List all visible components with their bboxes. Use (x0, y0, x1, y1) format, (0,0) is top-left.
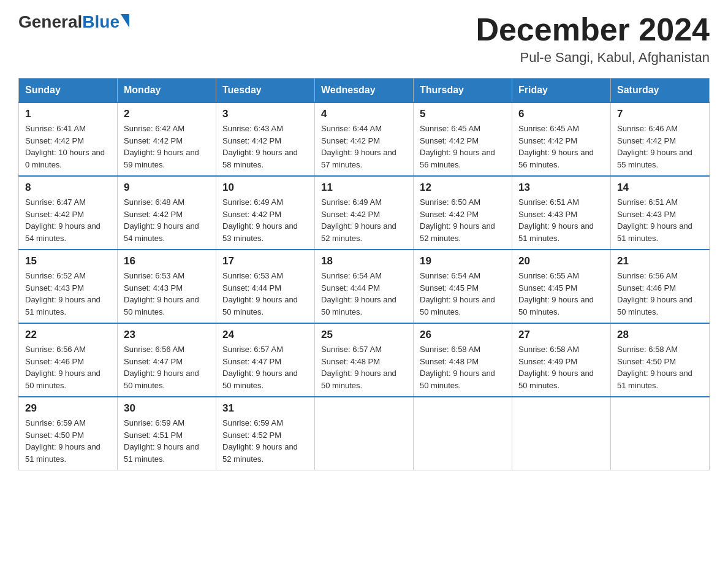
day-number: 23 (124, 329, 210, 341)
calendar-cell: 19Sunrise: 6:54 AMSunset: 4:45 PMDayligh… (414, 250, 512, 323)
day-number: 11 (321, 182, 407, 194)
calendar-week-4: 22Sunrise: 6:56 AMSunset: 4:46 PMDayligh… (19, 323, 710, 397)
day-info: Sunrise: 6:56 AMSunset: 4:47 PMDaylight:… (124, 343, 210, 391)
day-number: 18 (321, 255, 407, 267)
day-info: Sunrise: 6:51 AMSunset: 4:43 PMDaylight:… (518, 196, 604, 244)
day-number: 28 (617, 329, 703, 341)
logo-blue-part: Blue (82, 12, 129, 32)
calendar-cell: 15Sunrise: 6:52 AMSunset: 4:43 PMDayligh… (19, 250, 118, 323)
calendar-cell (611, 397, 710, 470)
calendar-cell: 12Sunrise: 6:50 AMSunset: 4:42 PMDayligh… (414, 176, 512, 250)
day-number: 15 (25, 255, 111, 267)
calendar-cell: 24Sunrise: 6:57 AMSunset: 4:47 PMDayligh… (216, 323, 315, 397)
calendar-cell: 16Sunrise: 6:53 AMSunset: 4:43 PMDayligh… (118, 250, 216, 323)
calendar-subtitle: Pul-e Sangi, Kabul, Afghanistan (476, 50, 710, 66)
calendar-week-1: 1Sunrise: 6:41 AMSunset: 4:42 PMDaylight… (19, 102, 710, 176)
day-info: Sunrise: 6:46 AMSunset: 4:42 PMDaylight:… (617, 123, 703, 170)
calendar-cell: 23Sunrise: 6:56 AMSunset: 4:47 PMDayligh… (118, 323, 216, 397)
day-number: 5 (420, 108, 506, 120)
day-number: 4 (321, 108, 407, 120)
day-number: 6 (518, 108, 604, 120)
day-number: 12 (420, 182, 506, 194)
day-header-sunday: Sunday (19, 79, 118, 103)
calendar-cell: 4Sunrise: 6:44 AMSunset: 4:42 PMDaylight… (315, 102, 414, 176)
day-info: Sunrise: 6:56 AMSunset: 4:46 PMDaylight:… (25, 343, 111, 391)
calendar-body: 1Sunrise: 6:41 AMSunset: 4:42 PMDaylight… (19, 102, 710, 470)
day-number: 9 (124, 182, 210, 194)
day-number: 7 (617, 108, 703, 120)
calendar-cell: 25Sunrise: 6:57 AMSunset: 4:48 PMDayligh… (315, 323, 414, 397)
logo: General Blue (18, 12, 129, 32)
calendar-cell: 30Sunrise: 6:59 AMSunset: 4:51 PMDayligh… (118, 397, 216, 470)
day-number: 29 (25, 402, 111, 415)
day-info: Sunrise: 6:55 AMSunset: 4:45 PMDaylight:… (518, 270, 604, 318)
day-number: 2 (124, 108, 210, 120)
calendar-cell: 31Sunrise: 6:59 AMSunset: 4:52 PMDayligh… (216, 397, 315, 470)
day-headers-row: SundayMondayTuesdayWednesdayThursdayFrid… (19, 79, 710, 103)
logo-triangle-icon (121, 14, 129, 28)
day-number: 22 (25, 329, 111, 341)
day-number: 25 (321, 329, 407, 341)
calendar-cell: 10Sunrise: 6:49 AMSunset: 4:42 PMDayligh… (216, 176, 315, 250)
day-info: Sunrise: 6:58 AMSunset: 4:49 PMDaylight:… (518, 343, 604, 391)
day-info: Sunrise: 6:45 AMSunset: 4:42 PMDaylight:… (420, 123, 506, 170)
page-header: General Blue December 2024 Pul-e Sangi, … (18, 12, 710, 66)
calendar-cell: 7Sunrise: 6:46 AMSunset: 4:42 PMDaylight… (611, 102, 710, 176)
day-info: Sunrise: 6:52 AMSunset: 4:43 PMDaylight:… (25, 270, 111, 318)
calendar-cell (315, 397, 414, 470)
day-info: Sunrise: 6:54 AMSunset: 4:44 PMDaylight:… (321, 270, 407, 318)
calendar-cell: 14Sunrise: 6:51 AMSunset: 4:43 PMDayligh… (611, 176, 710, 250)
day-number: 3 (222, 108, 308, 120)
day-number: 8 (25, 182, 111, 194)
day-info: Sunrise: 6:44 AMSunset: 4:42 PMDaylight:… (321, 123, 407, 170)
calendar-header: SundayMondayTuesdayWednesdayThursdayFrid… (19, 79, 710, 103)
day-info: Sunrise: 6:48 AMSunset: 4:42 PMDaylight:… (124, 196, 210, 244)
calendar-cell: 9Sunrise: 6:48 AMSunset: 4:42 PMDaylight… (118, 176, 216, 250)
day-info: Sunrise: 6:58 AMSunset: 4:48 PMDaylight:… (420, 343, 506, 391)
calendar-week-2: 8Sunrise: 6:47 AMSunset: 4:42 PMDaylight… (19, 176, 710, 250)
calendar-cell: 18Sunrise: 6:54 AMSunset: 4:44 PMDayligh… (315, 250, 414, 323)
day-info: Sunrise: 6:57 AMSunset: 4:47 PMDaylight:… (222, 343, 308, 391)
calendar-week-3: 15Sunrise: 6:52 AMSunset: 4:43 PMDayligh… (19, 250, 710, 323)
day-header-tuesday: Tuesday (216, 79, 315, 103)
calendar-cell: 27Sunrise: 6:58 AMSunset: 4:49 PMDayligh… (512, 323, 611, 397)
day-number: 26 (420, 329, 506, 341)
day-info: Sunrise: 6:59 AMSunset: 4:51 PMDaylight:… (124, 417, 210, 465)
calendar-cell: 28Sunrise: 6:58 AMSunset: 4:50 PMDayligh… (611, 323, 710, 397)
day-header-friday: Friday (512, 79, 611, 103)
day-number: 21 (617, 255, 703, 267)
day-info: Sunrise: 6:42 AMSunset: 4:42 PMDaylight:… (124, 123, 210, 170)
calendar-cell: 26Sunrise: 6:58 AMSunset: 4:48 PMDayligh… (414, 323, 512, 397)
day-info: Sunrise: 6:53 AMSunset: 4:44 PMDaylight:… (222, 270, 308, 318)
calendar-cell: 6Sunrise: 6:45 AMSunset: 4:42 PMDaylight… (512, 102, 611, 176)
logo-blue-text: Blue (82, 12, 119, 32)
day-info: Sunrise: 6:41 AMSunset: 4:42 PMDaylight:… (25, 123, 111, 170)
day-info: Sunrise: 6:57 AMSunset: 4:48 PMDaylight:… (321, 343, 407, 391)
calendar-cell (414, 397, 512, 470)
day-info: Sunrise: 6:58 AMSunset: 4:50 PMDaylight:… (617, 343, 703, 391)
title-block: December 2024 Pul-e Sangi, Kabul, Afghan… (476, 12, 710, 66)
day-info: Sunrise: 6:43 AMSunset: 4:42 PMDaylight:… (222, 123, 308, 170)
day-header-wednesday: Wednesday (315, 79, 414, 103)
day-number: 31 (222, 402, 308, 415)
calendar-title: December 2024 (476, 12, 710, 47)
calendar-cell: 2Sunrise: 6:42 AMSunset: 4:42 PMDaylight… (118, 102, 216, 176)
day-info: Sunrise: 6:56 AMSunset: 4:46 PMDaylight:… (617, 270, 703, 318)
calendar-cell: 11Sunrise: 6:49 AMSunset: 4:42 PMDayligh… (315, 176, 414, 250)
day-info: Sunrise: 6:54 AMSunset: 4:45 PMDaylight:… (420, 270, 506, 318)
calendar-table: SundayMondayTuesdayWednesdayThursdayFrid… (18, 78, 710, 470)
day-number: 27 (518, 329, 604, 341)
calendar-cell: 13Sunrise: 6:51 AMSunset: 4:43 PMDayligh… (512, 176, 611, 250)
calendar-cell: 8Sunrise: 6:47 AMSunset: 4:42 PMDaylight… (19, 176, 118, 250)
day-number: 20 (518, 255, 604, 267)
day-number: 1 (25, 108, 111, 120)
day-header-thursday: Thursday (414, 79, 512, 103)
logo-general-text: General (18, 12, 82, 32)
day-info: Sunrise: 6:47 AMSunset: 4:42 PMDaylight:… (25, 196, 111, 244)
calendar-cell: 22Sunrise: 6:56 AMSunset: 4:46 PMDayligh… (19, 323, 118, 397)
day-number: 16 (124, 255, 210, 267)
calendar-cell: 1Sunrise: 6:41 AMSunset: 4:42 PMDaylight… (19, 102, 118, 176)
day-info: Sunrise: 6:53 AMSunset: 4:43 PMDaylight:… (124, 270, 210, 318)
day-number: 17 (222, 255, 308, 267)
day-header-saturday: Saturday (611, 79, 710, 103)
